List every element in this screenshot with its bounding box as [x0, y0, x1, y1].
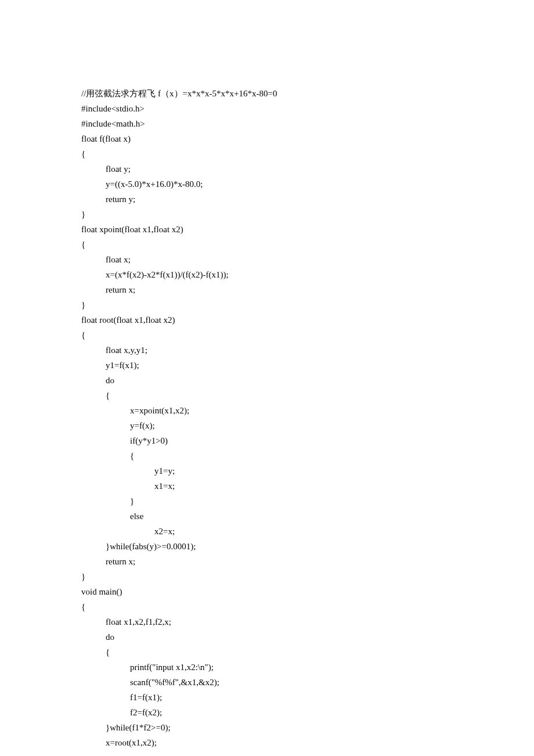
code-line: } — [81, 297, 453, 312]
code-line: x=xpoint(x1,x2); — [130, 403, 453, 418]
code-line: x2=x; — [154, 524, 453, 539]
code-line: y1=y; — [154, 463, 453, 478]
code-line: { — [81, 327, 453, 343]
code-line: { — [106, 645, 453, 660]
code-line: float x,y,y1; — [106, 343, 453, 358]
code-line: float x; — [106, 252, 453, 267]
code-line: float root(float x1,float x2) — [81, 312, 453, 327]
code-line: f2=f(x2); — [130, 705, 453, 720]
code-line: float xpoint(float x1,float x2) — [81, 222, 453, 237]
code-line: y=((x-5.0)*x+16.0)*x-80.0; — [106, 177, 453, 192]
code-line: { — [130, 448, 453, 463]
code-line: }while(fabs(y)>=0.0001); — [106, 539, 453, 554]
code-line: x=root(x1,x2); — [106, 735, 453, 750]
code-line: #include<stdio.h> — [81, 101, 453, 116]
code-line: scanf("%f%f",&x1,&x2); — [130, 675, 453, 690]
code-line: #include<math.h> — [81, 116, 453, 131]
code-line: { — [81, 146, 453, 161]
code-line: x1=x; — [154, 478, 453, 494]
code-line: else — [130, 509, 453, 524]
code-line: float x1,x2,f1,f2,x; — [106, 614, 453, 629]
code-line: x=(x*f(x2)-x2*f(x1))/(f(x2)-f(x1)); — [106, 267, 453, 282]
code-line: return y; — [106, 192, 453, 207]
code-line: if(y*y1>0) — [130, 433, 453, 448]
code-line: } — [81, 569, 453, 584]
code-line: float y; — [106, 161, 453, 177]
code-line: { — [106, 388, 453, 403]
code-line: float f(float x) — [81, 131, 453, 146]
code-line: //用弦截法求方程飞 f（x）=x*x*x-5*x*x+16*x-80=0 — [81, 86, 453, 101]
code-line: { — [81, 599, 453, 614]
code-line: do — [106, 373, 453, 388]
code-line: printf("input x1,x2:\n"); — [130, 660, 453, 675]
code-line: { — [81, 237, 453, 252]
code-line: do — [106, 629, 453, 645]
code-block: //用弦截法求方程飞 f（x）=x*x*x-5*x*x+16*x-80=0#in… — [81, 71, 453, 750]
code-line: return x; — [106, 554, 453, 569]
code-line: f1=f(x1); — [130, 690, 453, 705]
code-line: void main() — [81, 584, 453, 599]
code-line: } — [130, 494, 453, 509]
code-line: return x; — [106, 282, 453, 297]
code-line: } — [81, 207, 453, 222]
code-line: y=f(x); — [130, 418, 453, 433]
code-line: }while(f1*f2>=0); — [106, 720, 453, 735]
code-line: y1=f(x1); — [106, 358, 453, 373]
